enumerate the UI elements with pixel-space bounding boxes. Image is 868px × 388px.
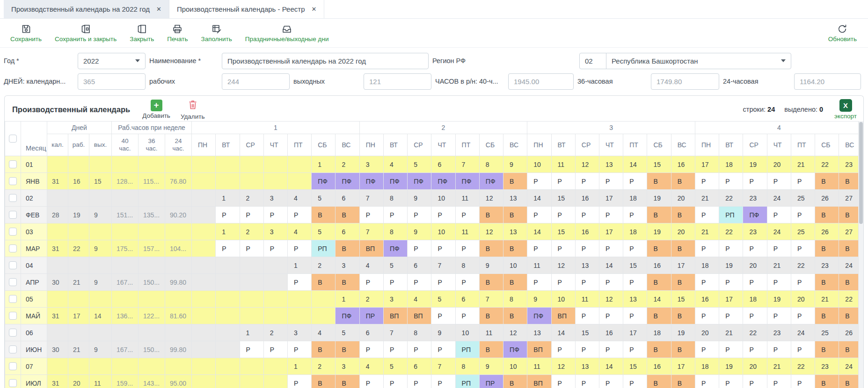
day-state-cell[interactable]	[192, 240, 216, 257]
month-h40-cell[interactable]: 167...	[112, 274, 139, 291]
day-state-cell[interactable]: Р	[599, 207, 623, 223]
day-state-cell[interactable]: Р	[551, 341, 575, 358]
region-pair-code-input[interactable]: 02	[579, 53, 606, 69]
month-work-cell[interactable]: 16	[68, 173, 89, 190]
day-state-cell[interactable]: В	[336, 341, 359, 358]
day-state-cell[interactable]: В	[671, 240, 695, 257]
day-state-cell[interactable]	[240, 308, 263, 324]
month-cal-cell[interactable]: 30	[47, 341, 68, 358]
day-state-cell[interactable]: Р	[263, 341, 287, 358]
day-state-cell[interactable]: Р	[623, 207, 647, 223]
day-state-cell[interactable]: В	[671, 274, 695, 291]
day-state-cell[interactable]	[263, 308, 287, 324]
month-h40-cell[interactable]: 136...	[112, 308, 139, 324]
day-state-cell[interactable]: Р	[599, 341, 623, 358]
day-state-cell[interactable]: В	[479, 240, 503, 257]
day-state-cell[interactable]	[216, 375, 240, 388]
day-state-cell[interactable]: Р	[575, 375, 599, 388]
day-state-cell[interactable]: Р	[263, 207, 287, 223]
day-state-cell[interactable]: В	[336, 240, 359, 257]
month-work-cell[interactable]: 17	[68, 308, 89, 324]
day-state-cell[interactable]	[192, 375, 216, 388]
day-state-cell[interactable]: В	[815, 341, 839, 358]
day-state-cell[interactable]	[287, 308, 311, 324]
day-state-cell[interactable]: В	[479, 341, 503, 358]
month-h36-cell[interactable]: 157...	[139, 240, 165, 257]
month-off-cell[interactable]: 9	[89, 274, 112, 291]
day-state-cell[interactable]: Р	[695, 341, 719, 358]
day-state-cell[interactable]: Р	[455, 308, 479, 324]
month-cal-cell[interactable]: 31	[47, 240, 68, 257]
day-state-cell[interactable]: Р	[527, 274, 551, 291]
day-state-cell[interactable]	[216, 173, 240, 190]
day-state-cell[interactable]: ПФ	[408, 173, 431, 190]
month-cal-cell[interactable]: 31	[47, 173, 68, 190]
day-state-cell[interactable]: В	[503, 173, 527, 190]
day-state-cell[interactable]: Р	[743, 341, 767, 358]
day-state-cell[interactable]	[192, 207, 216, 223]
day-state-cell[interactable]: Р	[359, 341, 383, 358]
day-state-cell[interactable]: Р	[216, 207, 240, 223]
region-pair-select[interactable]: Республика Башкортостан	[606, 53, 791, 69]
day-state-cell[interactable]: В	[647, 341, 671, 358]
day-state-cell[interactable]: В	[503, 308, 527, 324]
day-state-cell[interactable]: РП	[455, 375, 479, 388]
day-state-cell[interactable]: Р	[408, 375, 431, 388]
days-calendar-input[interactable]: 365	[78, 73, 146, 90]
day-state-cell[interactable]: Р	[551, 240, 575, 257]
tab-close-icon[interactable]: ✕	[312, 6, 317, 13]
day-state-cell[interactable]: В	[336, 207, 359, 223]
day-state-cell[interactable]: Р	[551, 173, 575, 190]
month-h24-cell[interactable]: 99.80	[165, 274, 192, 291]
month-h24-cell[interactable]: 81.60	[165, 308, 192, 324]
row-checkbox[interactable]	[9, 278, 17, 286]
day-state-cell[interactable]: РП	[455, 341, 479, 358]
day-state-cell[interactable]: В	[336, 274, 359, 291]
day-state-cell[interactable]: Р	[599, 173, 623, 190]
month-off-cell[interactable]: 9	[89, 240, 112, 257]
day-state-cell[interactable]: Р	[431, 375, 455, 388]
day-state-cell[interactable]: Р	[791, 308, 815, 324]
day-state-cell[interactable]	[216, 341, 240, 358]
day-state-cell[interactable]: Р	[599, 274, 623, 291]
day-state-cell[interactable]: В	[647, 207, 671, 223]
day-state-cell[interactable]: В	[671, 341, 695, 358]
day-state-cell[interactable]: ПФ	[479, 173, 503, 190]
excel-export-button[interactable]: X экспорт	[834, 99, 857, 120]
day-state-cell[interactable]: Р	[431, 207, 455, 223]
day-state-cell[interactable]: В	[647, 173, 671, 190]
day-state-cell[interactable]: Р	[431, 341, 455, 358]
day-state-cell[interactable]: Р	[287, 207, 311, 223]
month-work-cell[interactable]: 20	[68, 375, 89, 388]
month-h24-cell[interactable]: 99.80	[165, 341, 192, 358]
day-state-cell[interactable]: В	[671, 375, 695, 388]
month-off-cell[interactable]: 9	[89, 207, 112, 223]
day-state-cell[interactable]	[263, 274, 287, 291]
day-state-cell[interactable]: ПФ	[431, 173, 455, 190]
day-state-cell[interactable]: Р	[431, 308, 455, 324]
toolbar-save-close-button[interactable]: Сохранить и закрыть	[55, 23, 117, 43]
day-state-cell[interactable]: Р	[791, 375, 815, 388]
day-state-cell[interactable]	[192, 173, 216, 190]
day-state-cell[interactable]: РП	[312, 240, 336, 257]
day-state-cell[interactable]: Р	[408, 207, 431, 223]
day-state-cell[interactable]: Р	[240, 207, 263, 223]
day-state-cell[interactable]: В	[647, 375, 671, 388]
day-state-cell[interactable]: Р	[599, 375, 623, 388]
day-state-cell[interactable]: В	[647, 240, 671, 257]
day-state-cell[interactable]: Р	[599, 240, 623, 257]
days-work-input[interactable]: 244	[222, 73, 290, 90]
day-state-cell[interactable]: Р	[767, 173, 791, 190]
day-state-cell[interactable]: ПФ	[336, 173, 359, 190]
day-state-cell[interactable]	[312, 308, 336, 324]
day-state-cell[interactable]: В	[312, 274, 336, 291]
day-state-cell[interactable]: Р	[623, 274, 647, 291]
day-state-cell[interactable]: Р	[383, 375, 407, 388]
day-state-cell[interactable]: Р	[575, 240, 599, 257]
day-state-cell[interactable]: ВП	[359, 240, 383, 257]
day-state-cell[interactable]: ВП	[408, 308, 431, 324]
day-state-cell[interactable]: Р	[408, 274, 431, 291]
month-h36-cell[interactable]: 150...	[139, 274, 165, 291]
tab-calendar-registry[interactable]: Производственный календарь - Реестр✕	[169, 0, 325, 18]
day-state-cell[interactable]: ПФ	[383, 173, 407, 190]
